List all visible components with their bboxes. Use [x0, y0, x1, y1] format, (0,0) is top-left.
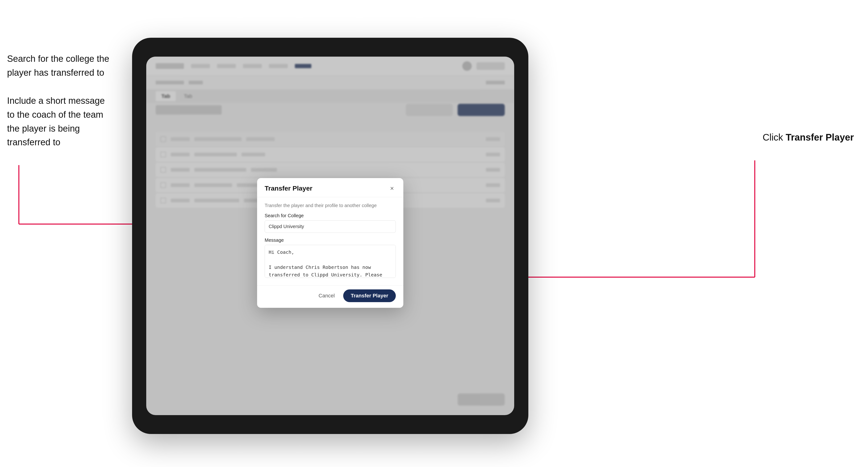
transfer-player-button[interactable]: Transfer Player: [343, 289, 396, 302]
message-textarea[interactable]: Hi Coach, I understand Chris Robertson h…: [265, 245, 396, 278]
annotation-transfer-label: Transfer Player: [786, 132, 854, 143]
tablet-screen: Tab Tab: [146, 57, 514, 415]
cancel-button[interactable]: Cancel: [315, 290, 338, 301]
annotation-search-text: Search for the college the player has tr…: [7, 52, 109, 80]
search-college-input[interactable]: [265, 220, 396, 233]
annotation-message-text: Include a short message to the coach of …: [7, 94, 109, 150]
tablet-frame: Tab Tab: [132, 38, 528, 434]
modal-overlay: Transfer Player × Transfer the player an…: [146, 57, 514, 415]
modal-footer: Cancel Transfer Player: [257, 285, 403, 308]
left-annotation-block: Search for the college the player has tr…: [7, 52, 109, 163]
modal-header: Transfer Player ×: [257, 178, 403, 197]
modal-title: Transfer Player: [265, 185, 312, 192]
modal-subtitle: Transfer the player and their profile to…: [265, 203, 396, 208]
right-annotation-block: Click Transfer Player: [763, 132, 854, 143]
modal-body: Transfer the player and their profile to…: [257, 197, 403, 285]
transfer-player-modal: Transfer Player × Transfer the player an…: [257, 178, 403, 308]
search-college-label: Search for College: [265, 213, 396, 218]
message-label: Message: [265, 238, 396, 243]
modal-close-button[interactable]: ×: [388, 185, 396, 192]
